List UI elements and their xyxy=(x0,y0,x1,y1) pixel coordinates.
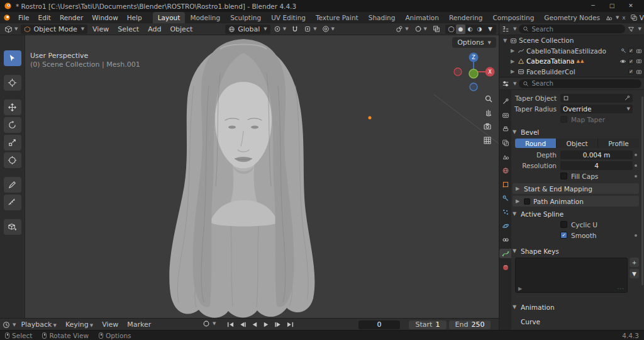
fill-caps-checkbox[interactable] xyxy=(560,173,567,179)
auto-keyframe-toggle[interactable]: ▼ xyxy=(203,320,216,327)
editor-type-button[interactable] xyxy=(3,321,10,329)
tool-transform[interactable] xyxy=(4,152,21,168)
tool-move[interactable] xyxy=(4,99,21,115)
menu-object[interactable]: Object xyxy=(166,25,196,33)
overlays-button[interactable]: ▼ xyxy=(413,24,429,34)
frame-start-field[interactable]: Start 1 xyxy=(409,320,447,329)
animate-dot[interactable] xyxy=(635,154,637,156)
tool-select-box[interactable] xyxy=(4,50,21,66)
menu-add[interactable]: Add xyxy=(144,25,165,33)
tab-object-data-icon[interactable] xyxy=(499,249,511,258)
editor-type-button[interactable] xyxy=(502,25,509,33)
animate-dot[interactable] xyxy=(635,164,637,167)
pivot-point-button[interactable]: ▼ xyxy=(272,24,288,34)
jump-to-start-button[interactable] xyxy=(225,320,235,329)
tab-uv-editing[interactable]: UV Editing xyxy=(266,12,311,23)
tab-object-icon[interactable] xyxy=(499,179,511,189)
tab-physics-icon[interactable] xyxy=(499,221,511,230)
taper-radius-dropdown[interactable]: Override ▼ xyxy=(560,105,633,113)
menu-view[interactable]: View xyxy=(98,320,122,329)
disclosure-icon[interactable]: ▼ xyxy=(502,38,508,43)
cyclic-u-checkbox[interactable] xyxy=(560,221,567,228)
tab-world-icon[interactable] xyxy=(499,166,511,175)
filter-icon[interactable] xyxy=(628,26,635,33)
menu-window[interactable]: Window xyxy=(87,12,122,23)
menu-select[interactable]: Select xyxy=(114,25,143,33)
tab-render-icon[interactable] xyxy=(499,110,511,120)
tool-scale[interactable] xyxy=(4,135,21,150)
tab-layout[interactable]: Layout xyxy=(153,12,186,23)
shading-solid-button[interactable]: ● xyxy=(456,25,465,34)
tab-output-icon[interactable] xyxy=(499,124,511,133)
next-keyframe-button[interactable] xyxy=(273,320,283,329)
close-button[interactable]: ✕ xyxy=(621,0,640,12)
outliner-search[interactable] xyxy=(519,25,625,33)
outliner-row-facebuilder[interactable]: ▶ FaceBuilderCol ✓ xyxy=(499,67,644,77)
shading-material-button[interactable]: ◐ xyxy=(465,25,475,34)
resolution-field[interactable]: 4 xyxy=(560,161,633,170)
blender-menu-icon[interactable] xyxy=(0,14,14,21)
tab-texture-paint[interactable]: Texture Paint xyxy=(311,12,364,23)
xray-toggle-button[interactable] xyxy=(431,24,442,34)
tab-sculpting[interactable]: Sculpting xyxy=(225,12,266,23)
tab-geometry-nodes[interactable]: Geometry Nodes xyxy=(539,12,605,23)
play-button[interactable] xyxy=(261,320,271,329)
depth-field[interactable]: 0.004 m xyxy=(560,150,633,159)
camera-visibility-icon[interactable] xyxy=(636,69,642,75)
disclosure-icon[interactable]: ▶ xyxy=(509,48,516,54)
disclosure-icon[interactable]: ▶ xyxy=(509,69,516,74)
curve-section-header[interactable]: Curve xyxy=(513,316,639,327)
current-frame-field[interactable]: 0 xyxy=(358,320,400,329)
view-layer-selector[interactable]: ViewLayer xyxy=(630,14,644,21)
mode-dropdown[interactable]: Object Mode ▼ xyxy=(21,25,87,34)
gizmos-button[interactable]: ▼ xyxy=(394,24,410,34)
maximize-button[interactable]: □ xyxy=(602,0,621,12)
tab-constraints-icon[interactable] xyxy=(499,235,511,244)
tab-material-icon[interactable] xyxy=(499,263,511,272)
smooth-checkbox[interactable]: ✓ xyxy=(560,232,567,239)
tab-rendering[interactable]: Rendering xyxy=(444,12,488,23)
eyedropper-icon[interactable] xyxy=(624,95,630,101)
outliner-row-cabeza[interactable]: ▶ CabezaTatiana ▲▲ ✓ xyxy=(499,56,644,67)
zoom-icon[interactable] xyxy=(483,93,494,105)
prev-keyframe-button[interactable] xyxy=(237,320,247,329)
properties-search-input[interactable] xyxy=(531,80,638,87)
eye-visibility-icon[interactable] xyxy=(619,58,626,65)
menu-file[interactable]: File xyxy=(14,12,34,23)
properties-search[interactable] xyxy=(519,79,641,88)
active-spline-section-header[interactable]: ▼ Active Spline xyxy=(513,208,639,219)
editor-type-button[interactable]: ▼ xyxy=(3,24,19,34)
shape-keys-list[interactable]: ▶ ··· xyxy=(515,258,628,293)
shape-key-specials-button[interactable]: ▼ xyxy=(630,269,639,278)
tab-modifiers-icon[interactable] xyxy=(499,193,511,203)
tab-animation[interactable]: Animation xyxy=(400,12,444,23)
ortho-grid-icon[interactable] xyxy=(482,135,493,146)
tab-scene-icon[interactable] xyxy=(499,152,511,161)
bevel-profile-button[interactable]: Profile xyxy=(598,139,639,148)
animation-section-header[interactable]: ▼ Animation xyxy=(513,302,639,312)
list-resize-grip[interactable]: ··· xyxy=(617,286,625,292)
camera-view-icon[interactable] xyxy=(482,121,493,132)
navigation-gizmo[interactable]: Z X xyxy=(451,49,496,94)
menu-render[interactable]: Render xyxy=(55,12,87,23)
minimize-button[interactable]: ─ xyxy=(584,0,602,12)
animate-dot[interactable] xyxy=(635,175,637,178)
pan-hand-icon[interactable] xyxy=(483,106,494,118)
tab-compositing[interactable]: Compositing xyxy=(488,12,540,23)
menu-edit[interactable]: Edit xyxy=(34,12,55,23)
bevel-round-button[interactable]: Round xyxy=(515,139,557,148)
scrollbar[interactable] xyxy=(641,96,643,285)
path-animation-checkbox[interactable] xyxy=(524,198,530,205)
editor-type-button[interactable] xyxy=(502,80,509,88)
scene-unlink-icon[interactable]: x xyxy=(621,14,626,21)
menu-view[interactable]: View xyxy=(89,25,113,33)
tool-annotate[interactable] xyxy=(4,177,21,193)
scene-selector[interactable]: ▼ x xyxy=(605,14,627,21)
play-reverse-button[interactable] xyxy=(249,320,259,329)
shading-wireframe-button[interactable]: ◯ xyxy=(447,25,456,34)
camera-visibility-icon[interactable] xyxy=(636,48,642,54)
tab-view-layer-icon[interactable] xyxy=(499,138,511,147)
tab-tool-icon[interactable] xyxy=(499,96,511,106)
tool-cursor[interactable] xyxy=(4,75,21,91)
proportional-editing-button[interactable]: ▼ xyxy=(320,24,336,34)
